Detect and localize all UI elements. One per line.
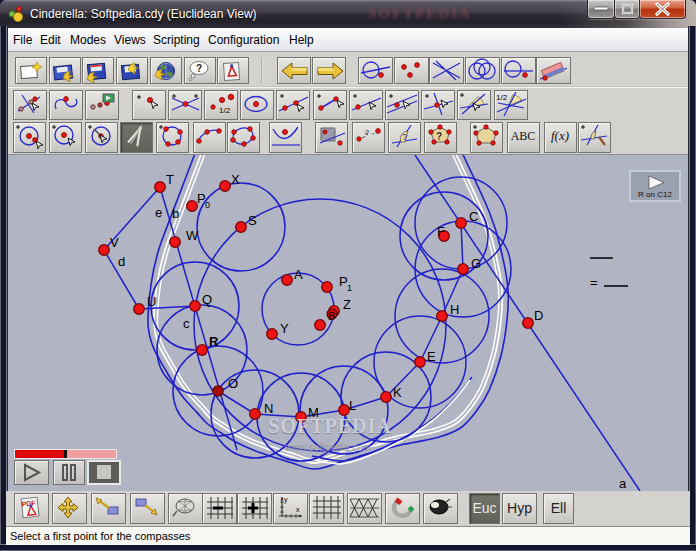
svg-text:E: E [427,349,436,364]
svg-text:R: R [209,334,219,349]
svg-text:ABC: ABC [511,129,536,143]
svg-text:e: e [155,205,162,220]
svg-text:?: ? [402,132,407,142]
svg-text:C: C [469,209,478,224]
svg-text:S: S [248,213,257,228]
svg-text:X: X [231,172,240,187]
svg-text:d: d [118,254,125,269]
svg-text:U: U [147,294,156,309]
svg-text:?: ? [436,131,442,142]
svg-text:V: V [110,235,119,250]
svg-text:x: x [296,506,300,513]
svg-text:H: H [450,302,459,317]
svg-text:O: O [228,376,238,391]
svg-text:W: W [186,228,199,243]
svg-text:A: A [294,267,303,282]
svg-text:Y: Y [280,321,289,336]
svg-text:B: B [328,310,335,322]
svg-text:?→: ?→ [365,129,376,136]
svg-text:a: a [619,476,627,491]
svg-text:L: L [349,398,356,413]
svg-text:N: N [264,401,273,416]
svg-text:c: c [183,316,190,331]
svg-text:0: 0 [205,200,210,210]
svg-text:1/2: 1/2 [496,93,508,102]
svg-text:b: b [172,206,179,221]
svg-text:1/2: 1/2 [219,106,231,115]
svg-text:Z: Z [343,297,351,312]
svg-text:K: K [393,385,402,400]
svg-text:1: 1 [347,283,352,293]
svg-text:y: y [284,496,288,504]
svg-text:f(x): f(x) [551,128,569,143]
svg-text:T: T [166,172,174,187]
svg-text:=: = [590,275,598,290]
svg-text:D: D [534,308,543,323]
svg-text:F: F [437,224,445,239]
svg-text:?: ? [196,63,202,74]
svg-text:G: G [471,256,481,271]
svg-text:Q: Q [202,292,212,307]
